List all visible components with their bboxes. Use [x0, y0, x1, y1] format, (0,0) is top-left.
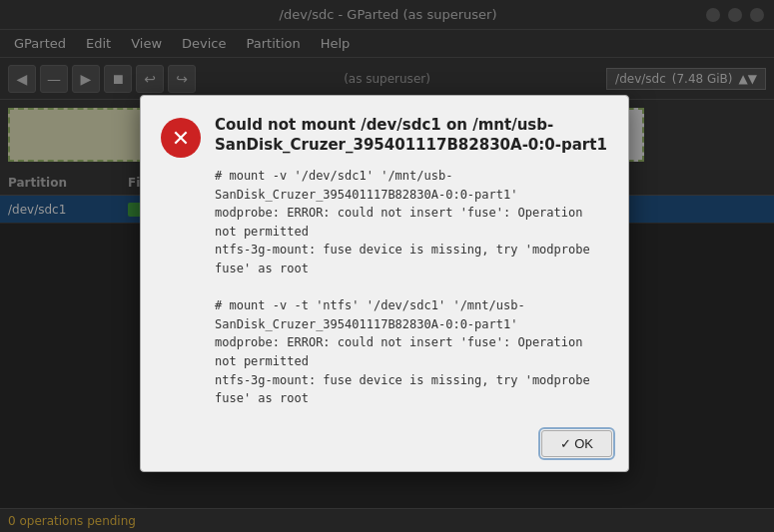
dialog-message: # mount -v '/dev/sdc1' '/mnt/usb-SanDisk…	[215, 167, 608, 408]
error-dialog: ✕ Could not mount /dev/sdc1 on /mnt/usb-…	[140, 95, 629, 472]
dialog-title: Could not mount /dev/sdc1 on /mnt/usb-Sa…	[215, 116, 608, 155]
dialog-content: ✕ Could not mount /dev/sdc1 on /mnt/usb-…	[141, 96, 628, 420]
dialog-body: Could not mount /dev/sdc1 on /mnt/usb-Sa…	[215, 116, 608, 408]
ok-button[interactable]: ✓ OK	[541, 430, 612, 457]
dialog-footer: ✓ OK	[141, 420, 628, 471]
error-icon: ✕	[161, 118, 201, 158]
